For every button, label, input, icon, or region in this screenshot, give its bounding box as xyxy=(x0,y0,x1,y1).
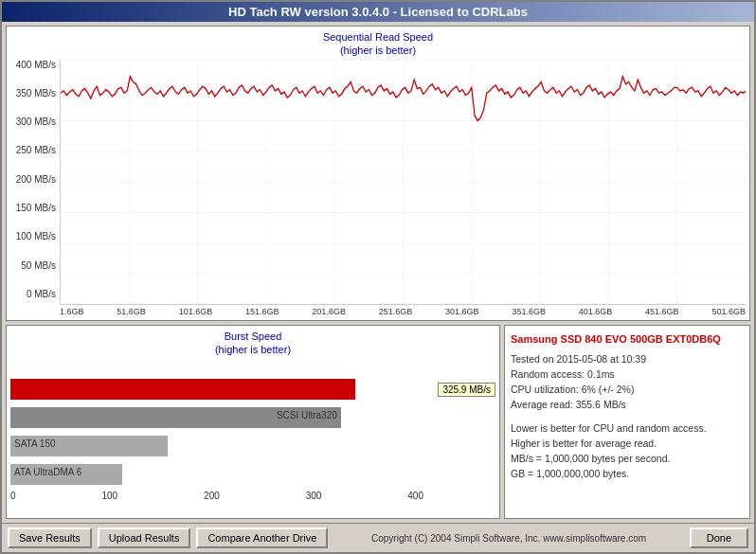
bar-row-4: ATA UltraDMA 6 xyxy=(10,464,495,485)
info-line8: MB/s = 1,000,000 bytes per second. xyxy=(511,451,744,466)
done-button[interactable]: Done xyxy=(690,527,748,548)
main-window: HD Tach RW version 3.0.4.0 - Licensed to… xyxy=(0,0,756,554)
seq-chart-svg xyxy=(61,60,746,304)
bar-row-2: SCSI Ultra320 xyxy=(10,407,495,428)
burst-chart-area: 325.9 MB/s SCSI Ultra320 SA xyxy=(10,359,495,514)
footer: Save Results Upload Results Compare Anot… xyxy=(2,523,754,552)
info-line4: Average read: 355.6 MB/s xyxy=(511,397,744,412)
save-results-button[interactable]: Save Results xyxy=(8,527,92,548)
seq-chart-area: 400 MB/s 350 MB/s 300 MB/s 250 MB/s 200 … xyxy=(10,60,746,316)
info-line7: Higher is better for average read. xyxy=(511,436,744,451)
compare-another-drive-button[interactable]: Compare Another Drive xyxy=(196,527,328,548)
y-axis: 400 MB/s 350 MB/s 300 MB/s 250 MB/s 200 … xyxy=(10,60,60,316)
title-bar: HD Tach RW version 3.0.4.0 - Licensed to… xyxy=(2,2,754,22)
main-content: Sequential Read Speed (higher is better)… xyxy=(2,22,754,523)
upload-results-button[interactable]: Upload Results xyxy=(98,527,191,548)
burst-chart-title: Burst Speed (higher is better) xyxy=(10,330,495,357)
window-title: HD Tach RW version 3.0.4.0 - Licensed to… xyxy=(228,5,528,19)
info-panel: Samsung SSD 840 EVO 500GB EXT0DB6Q Teste… xyxy=(504,325,750,519)
chart-with-xaxis: 1.6GB 51.6GB 101.6GB 151.6GB 201.6GB 251… xyxy=(60,60,746,316)
bar-label-sata: SATA 150 xyxy=(14,438,56,449)
burst-x-axis: 0 100 200 300 400 xyxy=(10,491,495,501)
bar-row-3: SATA 150 xyxy=(10,436,495,456)
info-line2: Random access: 0.1ms xyxy=(511,366,744,382)
bottom-section: Burst Speed (higher is better) 325.9 MB/… xyxy=(6,325,750,519)
sequential-read-panel: Sequential Read Speed (higher is better)… xyxy=(6,26,750,321)
info-line6: Lower is better for CPU and random acces… xyxy=(511,420,744,436)
info-line3: CPU utilization: 6% (+/- 2%) xyxy=(511,382,744,397)
bar-row-1: 325.9 MB/s xyxy=(10,379,495,400)
burst-panel: Burst Speed (higher is better) 325.9 MB/… xyxy=(6,325,500,519)
copyright-text: Copyright (C) 2004 Simpli Software, Inc.… xyxy=(333,533,683,544)
info-details: Tested on 2015-05-08 at 10:39 Random acc… xyxy=(511,351,744,482)
x-axis: 1.6GB 51.6GB 101.6GB 151.6GB 201.6GB 251… xyxy=(60,305,746,316)
drive-name: Samsung SSD 840 EVO 500GB EXT0DB6Q xyxy=(511,331,744,348)
bar-label-ata: ATA UltraDMA 6 xyxy=(14,467,81,477)
bar-label-scsi: SCSI Ultra320 xyxy=(277,410,337,420)
seq-chart-title: Sequential Read Speed (higher is better) xyxy=(10,30,746,58)
info-line9: GB = 1,000,000,000 bytes. xyxy=(511,466,744,481)
burst-value-box: 325.9 MB/s xyxy=(438,383,495,397)
chart-canvas xyxy=(60,60,746,305)
info-line1: Tested on 2015-05-08 at 10:39 xyxy=(511,351,744,366)
